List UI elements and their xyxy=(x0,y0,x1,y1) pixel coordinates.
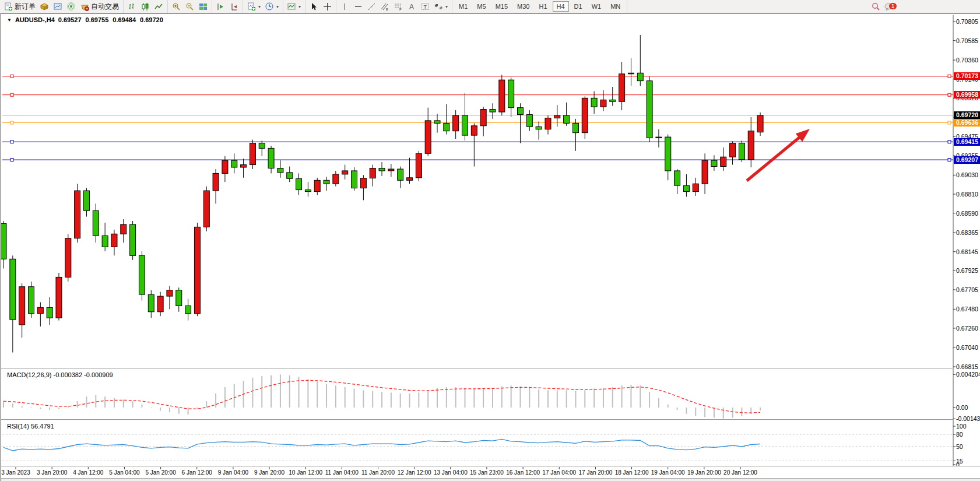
candle-down xyxy=(278,168,283,172)
macd-histogram-bar xyxy=(252,378,253,408)
candle-up xyxy=(600,100,606,107)
candle-up xyxy=(721,157,726,166)
time-axis-label: 11 Jan 20:00 xyxy=(361,469,395,476)
bar-chart-button[interactable] xyxy=(125,2,139,12)
candle-up xyxy=(628,73,634,73)
crosshair-button[interactable] xyxy=(321,2,334,12)
cursor-button[interactable] xyxy=(307,2,321,12)
line-chart-button[interactable] xyxy=(152,2,166,12)
period-button[interactable]: ▾ xyxy=(263,2,281,12)
candle-down xyxy=(268,148,274,168)
candle-down xyxy=(683,185,689,191)
macd-histogram-bar xyxy=(575,391,576,408)
timeframe-M15[interactable]: M15 xyxy=(491,1,512,12)
rsi-tick-label: 0 xyxy=(956,461,960,468)
pane-splitter[interactable] xyxy=(1,419,953,420)
candle-up xyxy=(471,126,477,135)
macd-histogram-bar xyxy=(529,388,530,408)
auto-trading-button[interactable]: 自动交易 xyxy=(78,1,121,12)
candle-down xyxy=(231,160,237,167)
macd-histogram-bar xyxy=(492,388,493,408)
candle-down xyxy=(305,190,311,192)
zoom-in-button[interactable] xyxy=(170,2,183,12)
time-axis-label: 15 Jan 23:00 xyxy=(470,469,504,476)
trend-arrow[interactable] xyxy=(747,135,802,181)
candle-up xyxy=(222,160,228,173)
timeframe-H4[interactable]: H4 xyxy=(553,1,569,12)
zoom-out-button[interactable] xyxy=(183,2,196,12)
macd-histogram-bar xyxy=(169,408,170,412)
pane-splitter[interactable] xyxy=(1,368,953,369)
candle-up xyxy=(407,178,413,180)
fibonacci-button[interactable]: F xyxy=(392,2,405,12)
timeframe-M1[interactable]: M1 xyxy=(455,1,472,12)
macd-histogram-bar xyxy=(427,390,428,408)
price-tick-label: 0.68145 xyxy=(956,248,978,255)
timeframe-M5[interactable]: M5 xyxy=(473,1,490,12)
macd-histogram-bar xyxy=(224,387,226,408)
text-label-button[interactable]: T xyxy=(419,2,432,12)
auto-trading-icon xyxy=(80,2,89,11)
candle-down xyxy=(185,306,191,313)
timeframe-MN[interactable]: MN xyxy=(606,1,624,12)
horizontal-line-button[interactable] xyxy=(352,2,365,12)
new-order-button[interactable]: 新订单 xyxy=(2,1,38,12)
pane-splitter xyxy=(1,466,980,467)
line-marker xyxy=(948,93,951,96)
price-tick-label: 0.67705 xyxy=(956,286,978,293)
candle-chart-button[interactable] xyxy=(139,2,152,12)
level-price-label: 0.70173 xyxy=(954,72,980,80)
timeframe-H1[interactable]: H1 xyxy=(535,1,551,12)
chart-shift-button[interactable] xyxy=(227,2,241,12)
macd-histogram-bar xyxy=(437,388,438,408)
vertical-line-icon xyxy=(340,2,349,11)
price-tick-label: 0.66815 xyxy=(956,363,978,370)
channel-icon: E xyxy=(381,2,389,11)
candle-down xyxy=(637,73,643,80)
text-button[interactable]: A xyxy=(405,2,419,12)
vertical-line-button[interactable] xyxy=(338,2,352,12)
macd-tick-label: 0.004204 xyxy=(956,371,980,378)
channel-button[interactable]: E xyxy=(378,2,392,12)
macd-histogram-bar xyxy=(473,389,475,408)
macd-histogram-bar xyxy=(95,395,96,408)
indicators-button[interactable]: ▾ xyxy=(285,2,303,12)
candle-down xyxy=(647,81,652,138)
macd-histogram-bar xyxy=(261,376,262,408)
gold-cube-button[interactable] xyxy=(38,2,51,12)
candle-down xyxy=(259,143,265,148)
tile-windows-button[interactable] xyxy=(196,2,210,12)
main-toolbar: 新订单 自动交易 xyxy=(0,0,980,13)
line-marker xyxy=(10,121,13,124)
arrows-button[interactable]: ▾ xyxy=(432,2,450,12)
macd-histogram-bar xyxy=(206,401,207,408)
candle-down xyxy=(526,114,532,127)
trendline-button[interactable] xyxy=(365,2,378,12)
line-marker xyxy=(948,141,951,143)
chat-icon[interactable]: 1 xyxy=(884,2,897,11)
candle-down xyxy=(148,294,154,312)
macd-histogram-bar xyxy=(307,379,308,408)
candle-down xyxy=(665,137,671,171)
candle-up xyxy=(333,174,339,184)
timeframe-D1[interactable]: D1 xyxy=(570,1,586,12)
timeframe-W1[interactable]: W1 xyxy=(588,1,606,12)
market-watch-button[interactable] xyxy=(51,2,65,12)
chart-window[interactable]: ▼ AUDUSD-,H4 0.69527 0.69755 0.69484 0.6… xyxy=(0,13,980,481)
search-icon[interactable] xyxy=(871,2,880,11)
candle-down xyxy=(28,287,34,314)
new-chart-button[interactable]: ▾ xyxy=(245,2,263,12)
candle-up xyxy=(360,178,366,188)
signal-button[interactable] xyxy=(65,2,78,12)
candle-down xyxy=(610,100,616,101)
candle-up xyxy=(213,173,219,191)
time-axis-label: 18 Jan 12:00 xyxy=(615,469,649,476)
ohlc-low: 0.69484 xyxy=(113,16,136,23)
macd-histogram-bar xyxy=(280,374,281,408)
candle-down xyxy=(1,223,6,259)
auto-scroll-button[interactable] xyxy=(214,2,227,12)
collapse-triangle-icon[interactable]: ▼ xyxy=(7,17,12,23)
timeframe-M30[interactable]: M30 xyxy=(513,1,533,12)
macd-histogram-bar xyxy=(741,408,742,416)
time-axis-label: 12 Jan 12:00 xyxy=(398,469,431,476)
